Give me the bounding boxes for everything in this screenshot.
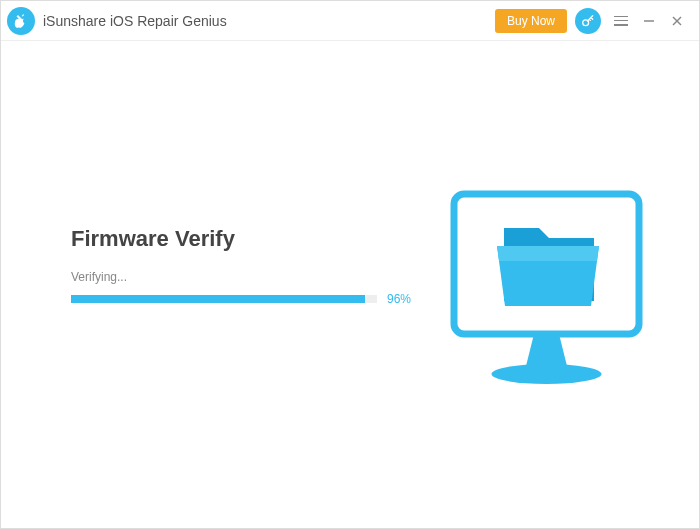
app-title: iSunshare iOS Repair Genius bbox=[43, 13, 227, 29]
progress-fill bbox=[71, 295, 365, 303]
hamburger-icon bbox=[614, 16, 628, 26]
buy-now-button[interactable]: Buy Now bbox=[495, 9, 567, 33]
monitor-folder-illustration bbox=[449, 186, 644, 391]
register-key-button[interactable] bbox=[575, 8, 601, 34]
page-heading: Firmware Verify bbox=[71, 226, 411, 252]
progress-percent: 96% bbox=[387, 292, 411, 306]
app-icon bbox=[7, 7, 35, 35]
progress-row: 96% bbox=[71, 292, 411, 306]
main-content: Firmware Verify Verifying... 96% bbox=[1, 41, 699, 528]
status-text: Verifying... bbox=[71, 270, 411, 284]
key-icon bbox=[581, 14, 595, 28]
menu-button[interactable] bbox=[607, 7, 635, 35]
titlebar: iSunshare iOS Repair Genius Buy Now bbox=[1, 1, 699, 41]
close-button[interactable] bbox=[663, 7, 691, 35]
minimize-button[interactable] bbox=[635, 7, 663, 35]
close-icon bbox=[671, 15, 683, 27]
minimize-icon bbox=[643, 15, 655, 27]
progress-section: Firmware Verify Verifying... 96% bbox=[71, 226, 411, 306]
svg-point-5 bbox=[492, 364, 602, 384]
progress-bar bbox=[71, 295, 377, 303]
